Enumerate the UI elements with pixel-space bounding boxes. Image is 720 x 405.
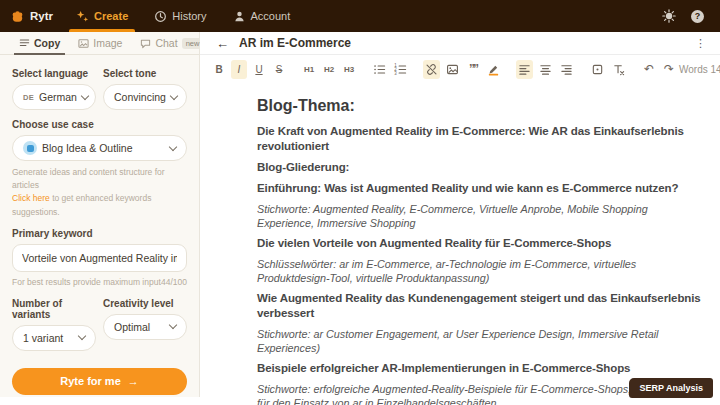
theme-toggle-sun-icon[interactable] (662, 9, 676, 23)
toolbar-h3-button[interactable]: H3 (341, 60, 357, 79)
sidebar-tabs: Copy Image Chat new (0, 32, 199, 55)
primary-keyword-input[interactable] (12, 244, 187, 272)
creativity-value: Optimal (114, 321, 150, 333)
chevron-down-icon (169, 142, 177, 150)
nav-account[interactable]: Account (220, 0, 304, 32)
document-block[interactable]: Schlüsselwörter: ar im E-Commerce, ar-Te… (257, 257, 706, 285)
tone-select[interactable]: Convincing (103, 84, 187, 110)
toolbar-highlight-button[interactable] (485, 60, 502, 79)
clock-icon (154, 10, 167, 23)
document-block[interactable]: Die vielen Vorteile von Augmented Realit… (257, 236, 706, 251)
document-block[interactable]: Blog-Thema: (257, 96, 706, 115)
toolbar-list-ol-button[interactable]: 123 (392, 60, 409, 79)
sidebar: Copy Image Chat new Select language (0, 32, 200, 397)
tone-value: Convincing (114, 91, 166, 103)
words-value: 148 (711, 64, 720, 75)
use-case-value: Blog Idea & Outline (42, 142, 132, 154)
document-block[interactable]: Blog-Gliederung: (257, 160, 706, 175)
creativity-select[interactable]: Optimal (103, 314, 187, 340)
copy-tab-icon (19, 38, 30, 49)
image-icon (446, 63, 459, 76)
tab-copy[interactable]: Copy (10, 32, 69, 54)
redo-icon: ↷ (664, 63, 674, 75)
chevron-down-icon (170, 91, 178, 99)
word-count: Words 148 Characters 1268 (679, 64, 720, 75)
editor-panel: ← AR im E-Commerce ⋮ BIUSH1H2H3123””↶↷ W… (200, 32, 720, 405)
person-icon (233, 10, 246, 23)
image-tab-icon (78, 38, 89, 49)
app-window: Rytr Create History Account ? (0, 0, 720, 405)
variants-select[interactable]: 1 variant (12, 325, 96, 351)
document-block[interactable]: Einführung: Was ist Augmented Reality un… (257, 181, 706, 196)
tab-copy-label: Copy (34, 37, 60, 49)
editor-header: ← AR im E-Commerce ⋮ (200, 32, 720, 55)
clear-format-icon (612, 63, 625, 76)
toolbar-underline-button[interactable]: U (251, 60, 267, 79)
toolbar-bold-button[interactable]: B (211, 60, 227, 79)
use-case-select[interactable]: Blog Idea & Outline (12, 135, 187, 161)
ryte-for-me-button[interactable]: Ryte for me → (12, 368, 187, 395)
back-arrow-icon[interactable]: ← (216, 36, 229, 51)
editor-toolbar: BIUSH1H2H3123””↶↷ Words 148 Characters 1… (200, 55, 720, 83)
enhanced-keywords-link[interactable]: Click here (12, 193, 50, 203)
primary-keyword-label: Primary keyword (12, 228, 187, 239)
list-ol-icon: 123 (394, 63, 407, 76)
toolbar-buttons: BIUSH1H2H3123””↶↷ (209, 60, 679, 79)
align-right-icon (560, 63, 573, 76)
document-block[interactable]: Wie Augmented Reality das Kundenengageme… (257, 291, 706, 321)
toolbar-align-center-button[interactable] (537, 60, 554, 79)
tab-image[interactable]: Image (69, 32, 131, 54)
rytr-logo-icon (10, 9, 25, 24)
language-select[interactable]: DE German (12, 84, 96, 110)
language-label: Select language (12, 68, 96, 79)
nav-account-label: Account (251, 10, 291, 22)
nav-history-label: History (172, 10, 206, 22)
chat-tab-icon (140, 38, 151, 49)
document-title[interactable]: AR im E-Commerce (239, 36, 351, 50)
toolbar-h1-button[interactable]: H1 (301, 60, 317, 79)
toolbar-list-ul-button[interactable] (371, 60, 388, 79)
toolbar-clear-format-button[interactable] (610, 60, 627, 79)
quote-icon: ”” (469, 63, 477, 75)
highlight-icon (487, 63, 500, 76)
chevron-down-icon (78, 332, 86, 340)
words-label: Words (679, 64, 708, 75)
language-value: German (39, 91, 77, 103)
creativity-label: Creativity level (103, 298, 187, 309)
document-block[interactable]: Stichworte: Augmented Reality, E-Commerc… (257, 202, 706, 230)
toolbar-undo-button[interactable]: ↶ (641, 60, 657, 79)
document-content[interactable]: Blog-Thema:Die Kraft von Augmented Reali… (200, 83, 720, 405)
nav-history[interactable]: History (141, 0, 219, 32)
toolbar-unlink-button[interactable] (423, 60, 440, 79)
document-block[interactable]: Die Kraft von Augmented Reality im E-Com… (257, 124, 706, 154)
nav-create-label: Create (94, 10, 128, 22)
toolbar-align-left-button[interactable] (516, 60, 533, 79)
toolbar-strikethrough-button[interactable]: S (271, 60, 287, 79)
use-case-description: Generate ideas and content structure for… (12, 166, 187, 192)
chevron-down-icon (81, 91, 89, 99)
toolbar-h2-button[interactable]: H2 (321, 60, 337, 79)
document-block[interactable]: Beispiele erfolgreicher AR-Implementieru… (257, 361, 706, 376)
unlink-icon (425, 63, 438, 76)
rytr-logo[interactable]: Rytr (0, 0, 63, 32)
toolbar-align-right-button[interactable] (558, 60, 575, 79)
toolbar-image-button[interactable] (444, 60, 461, 79)
variants-label: Number of variants (12, 298, 96, 320)
cta-label: Ryte for me (60, 375, 121, 387)
toolbar-redo-button[interactable]: ↷ (661, 60, 677, 79)
toolbar-quote-button[interactable]: ”” (465, 60, 481, 79)
toolbar-copy-button[interactable] (589, 60, 606, 79)
nav-create[interactable]: Create (63, 0, 141, 32)
variants-value: 1 variant (23, 332, 63, 344)
document-block[interactable]: Stichworte: ar Customer Engagement, ar U… (257, 327, 706, 355)
help-icon[interactable]: ? (691, 10, 704, 23)
language-code: DE (23, 93, 34, 102)
undo-icon: ↶ (644, 63, 654, 75)
more-menu-icon[interactable]: ⋮ (695, 37, 706, 50)
toolbar-italic-button[interactable]: I (231, 60, 247, 79)
serp-analysis-button[interactable]: SERP Analysis (629, 378, 713, 398)
tab-image-label: Image (93, 37, 122, 49)
align-left-icon (518, 63, 531, 76)
keyword-counter: 44/100 (161, 276, 187, 289)
chevron-down-icon (169, 321, 177, 329)
